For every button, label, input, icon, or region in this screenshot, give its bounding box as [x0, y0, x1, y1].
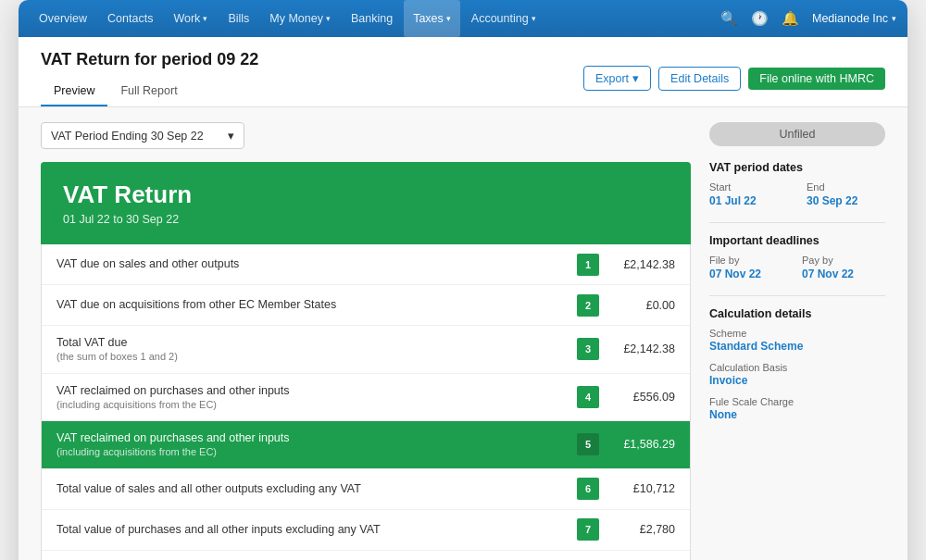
vat-row-6-amount: £10,712: [607, 482, 690, 495]
sidebar-fule-value: None: [709, 408, 885, 421]
sidebar: Unfiled VAT period dates Start 01 Jul 22…: [709, 122, 885, 560]
vat-row-3-amount: £2,142.38: [607, 342, 690, 355]
chevron-down-icon: ▾: [446, 14, 451, 23]
sidebar-basis-value: Invoice: [709, 374, 885, 387]
vat-row-2: VAT due on acquisitions from other EC Me…: [42, 285, 690, 326]
bell-icon[interactable]: 🔔: [782, 10, 799, 27]
vat-row-4-amount: £556.09: [607, 391, 690, 404]
content-area: VAT Period Ending 30 Sep 22 ▾ VAT Return…: [41, 122, 691, 560]
vat-row-1: VAT due on sales and other outputs 1 £2,…: [42, 244, 690, 285]
vat-row-7-num: 7: [577, 518, 599, 541]
divider-2: [709, 295, 885, 296]
vat-row-4-desc: VAT reclaimed on purchases and other inp…: [42, 374, 577, 421]
vat-row-1-amount: £2,142.38: [607, 258, 690, 271]
vat-row-8: Total value of all supplies of goods and…: [42, 551, 690, 560]
page-header: VAT Return for period 09 22 Preview Full…: [19, 37, 907, 107]
vat-return-subtitle: 01 Jul 22 to 30 Sep 22: [63, 213, 669, 226]
search-icon[interactable]: 🔍: [720, 10, 738, 27]
sidebar-basis-label: Calculation Basis: [709, 362, 885, 373]
sidebar-period-start: Start 01 Jul 22: [709, 181, 788, 207]
vat-header: VAT Return 01 Jul 22 to 30 Sep 22: [41, 162, 691, 244]
chevron-down-icon: ▾: [532, 14, 536, 23]
nav-item-work[interactable]: Work ▾: [164, 0, 217, 37]
nav-item-accounting[interactable]: Accounting ▾: [462, 0, 545, 37]
sidebar-basis-row: Calculation Basis Invoice: [709, 362, 885, 387]
vat-row-7: Total value of purchases and all other i…: [42, 510, 690, 551]
nav-item-contacts[interactable]: Contacts: [98, 0, 162, 37]
nav-item-overview[interactable]: Overview: [30, 0, 96, 37]
vat-row-4-num: 4: [577, 386, 599, 408]
vat-row-3-desc: Total VAT due (the sum of boxes 1 and 2): [42, 326, 577, 373]
page-title: VAT Return for period 09 22: [41, 50, 258, 69]
sidebar-period-end: End 30 Sep 22: [807, 181, 885, 207]
sidebar-period-row: Start 01 Jul 22 End 30 Sep 22: [709, 181, 885, 207]
vat-row-6: Total value of sales and all other outpu…: [42, 469, 690, 510]
nav-item-taxes[interactable]: Taxes ▾: [404, 0, 460, 37]
sidebar-calc-title: Calculation details: [709, 307, 885, 320]
sidebar-vat-period: VAT period dates Start 01 Jul 22 End 30 …: [709, 161, 885, 207]
sidebar-deadlines: Important deadlines File by 07 Nov 22 Pa…: [709, 234, 885, 280]
nav-item-bills[interactable]: Bills: [219, 0, 258, 37]
edit-details-button[interactable]: Edit Details: [658, 67, 741, 91]
tabs: Preview Full Report: [41, 77, 258, 106]
tab-full-report[interactable]: Full Report: [107, 77, 190, 106]
sidebar-pay-label: Pay by: [802, 255, 885, 266]
vat-table: VAT due on sales and other outputs 1 £2,…: [41, 244, 691, 560]
clock-icon[interactable]: 🕐: [751, 10, 769, 27]
tab-preview[interactable]: Preview: [41, 77, 107, 106]
vat-row-2-amount: £0.00: [607, 299, 690, 312]
vat-row-2-num: 2: [577, 294, 599, 317]
vat-row-6-desc: Total value of sales and all other outpu…: [42, 472, 577, 505]
sidebar-end-label: End: [807, 181, 885, 193]
vat-row-6-num: 6: [577, 478, 599, 500]
sidebar-calculation: Calculation details Scheme Standard Sche…: [709, 307, 885, 421]
main-content: VAT Period Ending 30 Sep 22 ▾ VAT Return…: [19, 107, 907, 560]
vat-row-7-amount: £2,780: [607, 523, 690, 536]
chevron-down-icon: ▾: [228, 129, 234, 143]
nav-bar: Overview Contacts Work ▾ Bills My Money …: [19, 0, 907, 37]
vat-return-card: VAT Return 01 Jul 22 to 30 Sep 22 VAT du…: [41, 162, 691, 560]
period-dropdown[interactable]: VAT Period Ending 30 Sep 22 ▾: [41, 122, 244, 149]
sidebar-scheme-value: Standard Scheme: [709, 340, 885, 353]
sidebar-scheme-row: Scheme Standard Scheme: [709, 328, 885, 353]
vat-row-5-amount: £1,586.29: [607, 438, 690, 451]
file-online-button[interactable]: File online with HMRC: [748, 68, 885, 90]
sidebar-scheme-label: Scheme: [709, 328, 885, 339]
vat-row-5: VAT reclaimed on purchases and other inp…: [42, 421, 690, 469]
sidebar-file-value: 07 Nov 22: [709, 268, 793, 280]
vat-row-5-desc: VAT reclaimed on purchases and other inp…: [42, 421, 577, 468]
vat-row-4: VAT reclaimed on purchases and other inp…: [42, 374, 690, 422]
export-button[interactable]: Export ▾: [583, 66, 651, 91]
vat-row-7-desc: Total value of purchases and all other i…: [42, 513, 577, 546]
vat-row-2-desc: VAT due on acquisitions from other EC Me…: [42, 288, 577, 321]
sidebar-deadline-row: File by 07 Nov 22 Pay by 07 Nov 22: [709, 255, 885, 280]
vat-row-3-num: 3: [577, 338, 599, 360]
sidebar-end-value: 30 Sep 22: [807, 194, 885, 207]
nav-item-my-money[interactable]: My Money ▾: [260, 0, 340, 37]
page-actions: Export ▾ Edit Details File online with H…: [583, 66, 885, 91]
sidebar-fule-label: Fule Scale Charge: [709, 396, 885, 407]
vat-row-3: Total VAT due (the sum of boxes 1 and 2)…: [42, 326, 690, 374]
chevron-down-icon: ▾: [892, 14, 896, 23]
divider-1: [709, 222, 885, 223]
sidebar-start-value: 01 Jul 22: [709, 194, 788, 207]
sidebar-status-badge: Unfiled: [709, 122, 885, 146]
page-title-area: VAT Return for period 09 22 Preview Full…: [41, 50, 258, 106]
company-menu[interactable]: Medianode Inc ▾: [812, 12, 896, 25]
sidebar-pay-by: Pay by 07 Nov 22: [802, 255, 885, 280]
nav-item-banking[interactable]: Banking: [342, 0, 402, 37]
sidebar-deadlines-title: Important deadlines: [709, 234, 885, 247]
browser-window: Overview Contacts Work ▾ Bills My Money …: [19, 0, 907, 560]
sidebar-vat-period-title: VAT period dates: [709, 161, 885, 174]
sidebar-pay-value: 07 Nov 22: [802, 268, 885, 280]
vat-row-1-desc: VAT due on sales and other outputs: [42, 247, 577, 280]
chevron-down-icon: ▾: [203, 14, 207, 23]
sidebar-fule-row: Fule Scale Charge None: [709, 396, 885, 421]
vat-return-title: VAT Return: [63, 180, 669, 209]
sidebar-start-label: Start: [709, 181, 788, 193]
chevron-down-icon: ▾: [632, 71, 639, 85]
vat-row-5-num: 5: [577, 433, 599, 455]
vat-row-1-num: 1: [577, 254, 599, 276]
chevron-down-icon: ▾: [326, 14, 331, 23]
sidebar-file-label: File by: [709, 255, 793, 266]
